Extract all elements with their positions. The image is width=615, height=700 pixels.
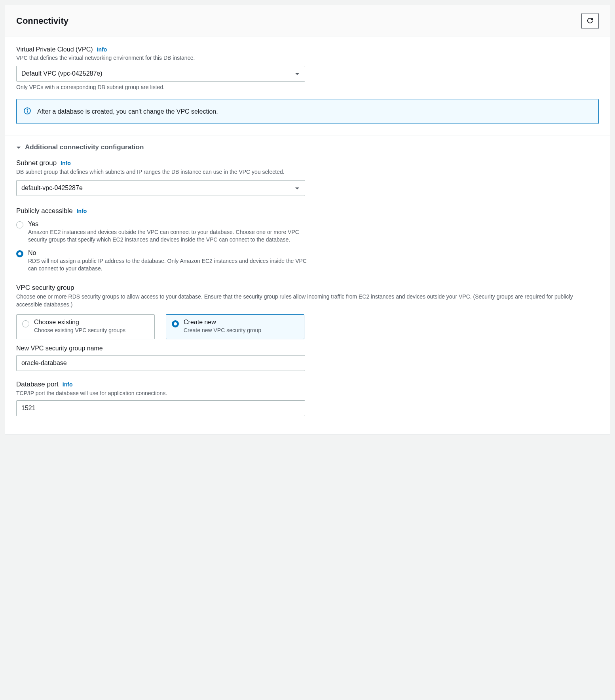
vpc-field: Virtual Private Cloud (VPC) Info VPC tha… xyxy=(16,46,599,90)
vpc-info-link[interactable]: Info xyxy=(97,46,107,53)
vpc-select[interactable]: Default VPC (vpc-0425287e) xyxy=(16,66,305,82)
db-port-input[interactable] xyxy=(16,400,305,416)
vpc-hint: Only VPCs with a corresponding DB subnet… xyxy=(16,84,599,90)
db-port-field: Database port Info TCP/IP port the datab… xyxy=(16,380,599,416)
radio-title: Yes xyxy=(28,221,599,228)
additional-config-toggle[interactable]: Additional connectivity configuration xyxy=(16,143,599,151)
radio-icon xyxy=(172,320,179,327)
sg-create-new-card[interactable]: Create new Create new VPC security group xyxy=(166,314,304,340)
card-title: Create new xyxy=(184,319,298,326)
sg-label: VPC security group xyxy=(16,284,599,292)
public-yes-radio[interactable]: Yes Amazon EC2 instances and devices out… xyxy=(16,221,599,244)
radio-desc: RDS will not assign a public IP address … xyxy=(28,257,317,273)
vpc-alert: After a database is created, you can't c… xyxy=(16,99,599,124)
radio-icon xyxy=(16,250,23,257)
radio-desc: Amazon EC2 instances and devices outside… xyxy=(28,228,317,244)
info-icon xyxy=(24,107,31,116)
port-desc: TCP/IP port the database will use for ap… xyxy=(16,389,599,397)
port-info-link[interactable]: Info xyxy=(63,381,73,388)
sg-choose-existing-card[interactable]: Choose existing Choose existing VPC secu… xyxy=(16,314,155,340)
caret-down-icon xyxy=(16,143,21,151)
subnet-desc: DB subnet group that defines which subne… xyxy=(16,168,599,176)
subnet-field: Subnet group Info DB subnet group that d… xyxy=(16,159,599,196)
new-sg-label: New VPC security group name xyxy=(16,345,599,352)
subnet-select[interactable]: default-vpc-0425287e xyxy=(16,180,305,196)
new-sg-name-input[interactable] xyxy=(16,355,305,371)
vpc-desc: VPC that defines the virtual networking … xyxy=(16,54,599,62)
subnet-label: Subnet group xyxy=(16,159,57,167)
sg-desc: Choose one or more RDS security groups t… xyxy=(16,293,599,309)
public-no-radio[interactable]: No RDS will not assign a public IP addre… xyxy=(16,249,599,273)
public-label: Publicly accessible xyxy=(16,207,73,215)
card-desc: Choose existing VPC security groups xyxy=(34,327,149,335)
radio-title: No xyxy=(28,249,599,257)
public-access-field: Publicly accessible Info Yes Amazon EC2 … xyxy=(16,207,599,273)
panel-title: Connectivity xyxy=(16,16,68,26)
divider xyxy=(5,135,610,135)
card-desc: Create new VPC security group xyxy=(184,327,298,335)
alert-text: After a database is created, you can't c… xyxy=(37,108,218,115)
subnet-info-link[interactable]: Info xyxy=(61,160,71,166)
card-title: Choose existing xyxy=(34,319,149,326)
radio-icon xyxy=(16,221,23,228)
expander-label: Additional connectivity configuration xyxy=(25,143,144,151)
radio-icon xyxy=(22,320,29,327)
security-group-field: VPC security group Choose one or more RD… xyxy=(16,284,599,371)
port-label: Database port xyxy=(16,380,59,388)
refresh-icon xyxy=(587,17,594,25)
connectivity-panel: Connectivity Virtual Private Cloud (VPC)… xyxy=(5,5,610,435)
svg-point-2 xyxy=(27,109,27,110)
panel-header: Connectivity xyxy=(5,5,610,36)
panel-body: Virtual Private Cloud (VPC) Info VPC tha… xyxy=(5,36,610,434)
refresh-button[interactable] xyxy=(581,13,599,29)
public-info-link[interactable]: Info xyxy=(77,208,87,214)
vpc-label: Virtual Private Cloud (VPC) xyxy=(16,46,93,53)
